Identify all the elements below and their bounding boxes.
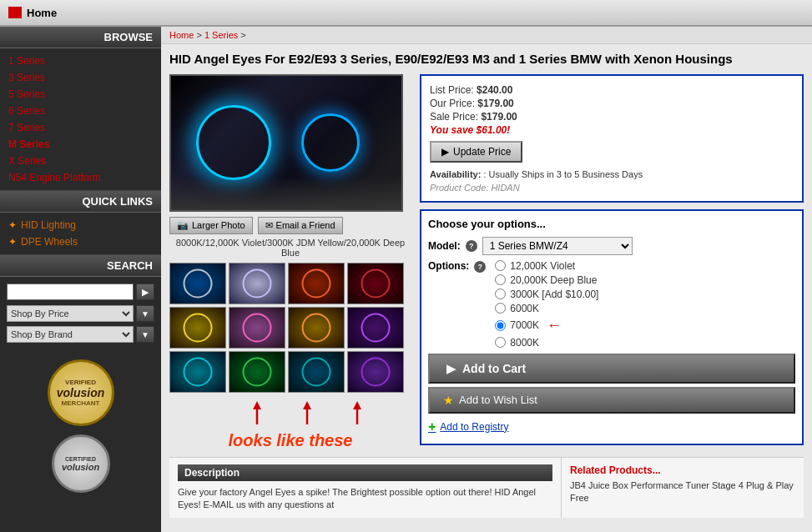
radio-7000k[interactable] — [495, 320, 506, 331]
shop-by-price-row: Shop By Price ▼ — [7, 305, 154, 322]
breadcrumb-1series[interactable]: 1 Series — [204, 30, 238, 40]
thumbnail-3[interactable] — [288, 263, 345, 304]
options-label: Options: — [428, 260, 469, 272]
update-price-label: Update Price — [453, 146, 511, 158]
sidebar-item-n54[interactable]: N54 Engine Platform — [0, 169, 161, 186]
sidebar-item-1series[interactable]: 1 Series — [0, 53, 161, 69]
hid-dot-icon: ✦ — [8, 219, 17, 231]
option-20000k[interactable]: 20,000K Deep Blue — [495, 274, 598, 286]
svg-marker-1 — [253, 401, 261, 409]
search-header: SEARCH — [0, 255, 161, 277]
model-select[interactable]: 1 Series BMW/Z4 3 Series BMW M3 E90/E92/… — [482, 237, 633, 255]
larger-photo-button[interactable]: 📷 Larger Photo — [169, 217, 253, 234]
shop-by-brand-dropdown[interactable]: Shop By Brand — [7, 326, 134, 343]
sidebar-item-3series[interactable]: 3 Series — [0, 69, 161, 86]
label-12000k: 12,000K Violet — [510, 260, 575, 272]
radio-12000k[interactable] — [495, 260, 506, 271]
description-header: Description — [178, 464, 552, 481]
angel-eye-left — [196, 105, 271, 180]
sale-price-row: Sale Price: $179.00 — [430, 111, 794, 123]
our-price-label: Our Price: — [430, 98, 475, 109]
add-to-wishlist-button[interactable]: ★ Add to Wish List — [428, 387, 795, 414]
add-to-cart-label: Add to Cart — [462, 362, 526, 375]
thumbnail-7[interactable] — [288, 307, 345, 349]
option-8000k[interactable]: 8000K — [495, 337, 598, 349]
shop-by-brand-row: Shop By Brand ▼ — [7, 326, 154, 343]
update-price-button[interactable]: ▶ Update Price — [430, 141, 522, 163]
thumbnail-5[interactable] — [169, 307, 226, 349]
options-header: Choose your options... — [428, 218, 795, 230]
thumbnail-10[interactable] — [229, 351, 285, 393]
quick-link-hid[interactable]: ✦ HID Lighting — [0, 217, 161, 233]
options-row: Options: ? 12,000K Violet 20,000K Deep B… — [428, 260, 795, 349]
product-code-value: HIDAN — [491, 183, 519, 193]
thumbnail-9[interactable] — [169, 351, 226, 393]
radio-8000k[interactable] — [495, 337, 506, 348]
selection-arrow-icon: ← — [547, 317, 562, 334]
email-icon: ✉ — [265, 220, 273, 231]
option-12000k[interactable]: 12,000K Violet — [495, 260, 598, 272]
model-help-icon[interactable]: ? — [466, 240, 477, 252]
main-content: Home > 1 Series > HID Angel Eyes For E92… — [161, 27, 812, 532]
add-to-registry-button[interactable]: + Add to Registry — [428, 417, 795, 437]
image-caption: 8000K/12,000K Violet/3000K JDM Yellow/20… — [169, 238, 411, 258]
shop-by-price-go-button[interactable]: ▼ — [136, 305, 154, 322]
thumbnail-11[interactable] — [288, 351, 345, 393]
thumbnail-8[interactable] — [347, 307, 404, 349]
breadcrumb-sep2: > — [240, 30, 245, 40]
thumbnail-2[interactable] — [229, 263, 285, 304]
search-row: ▶ — [7, 284, 154, 300]
email-friend-button[interactable]: ✉ Email a Friend — [258, 217, 343, 234]
model-label: Model: — [428, 240, 461, 252]
related-item-1[interactable]: JB4 Juice Box Performance Tuner Stage 4 … — [570, 479, 795, 505]
sidebar-item-mseries[interactable]: M Series — [0, 136, 161, 153]
label-20000k: 20,000K Deep Blue — [510, 274, 597, 286]
sale-price-value: $179.00 — [481, 111, 517, 123]
quick-links-items: ✦ HID Lighting ✦ DPE Wheels — [0, 213, 161, 255]
main-layout: BROWSE 1 Series 3 Series 5 Series 6 Seri… — [0, 27, 812, 532]
volusion-verified-badge: VERIFIED volusion MERCHANT — [48, 359, 114, 426]
sidebar: BROWSE 1 Series 3 Series 5 Series 6 Seri… — [0, 27, 161, 532]
sale-price-label: Sale Price: — [430, 111, 478, 123]
options-help-icon[interactable]: ? — [474, 261, 486, 273]
shop-by-price-dropdown[interactable]: Shop By Price — [7, 305, 134, 322]
breadcrumb-home[interactable]: Home — [169, 30, 194, 40]
bottom-area: Description Give your factory Angel Eyes… — [169, 457, 804, 519]
larger-photo-label: Larger Photo — [192, 220, 245, 230]
sidebar-item-7series[interactable]: 7 Series — [0, 119, 161, 136]
sidebar-item-6series[interactable]: 6 Series — [0, 103, 161, 119]
image-controls: 📷 Larger Photo ✉ Email a Friend — [169, 217, 411, 234]
product-left: 📷 Larger Photo ✉ Email a Friend 8000K/12… — [169, 74, 411, 450]
our-price-row: Our Price: $179.00 — [430, 98, 794, 109]
search-area: ▶ Shop By Price ▼ Shop By Brand ▼ — [0, 277, 161, 351]
sidebar-item-xseries[interactable]: X Series — [0, 153, 161, 169]
add-to-cart-button[interactable]: ▶ Add to Cart — [428, 354, 795, 384]
sidebar-item-5series[interactable]: 5 Series — [0, 86, 161, 103]
product-code-label: Product Code: — [430, 183, 488, 193]
thumbnail-1[interactable] — [169, 263, 226, 304]
label-8000k: 8000K — [510, 337, 539, 349]
radio-20000k[interactable] — [495, 274, 506, 285]
radio-3000k[interactable] — [495, 289, 506, 299]
home-icon — [8, 7, 22, 18]
thumbnail-4[interactable] — [347, 263, 404, 304]
search-go-button[interactable]: ▶ — [136, 284, 154, 300]
shop-by-brand-go-button[interactable]: ▼ — [136, 326, 154, 343]
label-7000k: 7000K — [510, 319, 539, 331]
options-box: Choose your options... Model: ? 1 Series… — [420, 209, 804, 445]
search-input[interactable] — [7, 284, 134, 300]
cart-play-icon: ▶ — [446, 362, 456, 375]
breadcrumb-sep1: > — [196, 30, 204, 40]
quick-link-dpe[interactable]: ✦ DPE Wheels — [0, 233, 161, 250]
radio-6000k[interactable] — [495, 303, 506, 314]
home-link[interactable]: Home — [27, 7, 57, 19]
update-price-play-icon: ▶ — [441, 146, 449, 158]
list-price-value: $240.00 — [477, 84, 512, 96]
thumbnail-6[interactable] — [229, 307, 285, 349]
top-bar: Home — [0, 0, 812, 27]
product-right: List Price: $240.00 Our Price: $179.00 S… — [420, 74, 804, 452]
option-7000k[interactable]: 7000K ← — [495, 317, 598, 334]
option-6000k[interactable]: 6000K — [495, 303, 598, 314]
option-3000k[interactable]: 3000K [Add $10.00] — [495, 289, 598, 300]
thumbnail-12[interactable] — [347, 351, 404, 393]
